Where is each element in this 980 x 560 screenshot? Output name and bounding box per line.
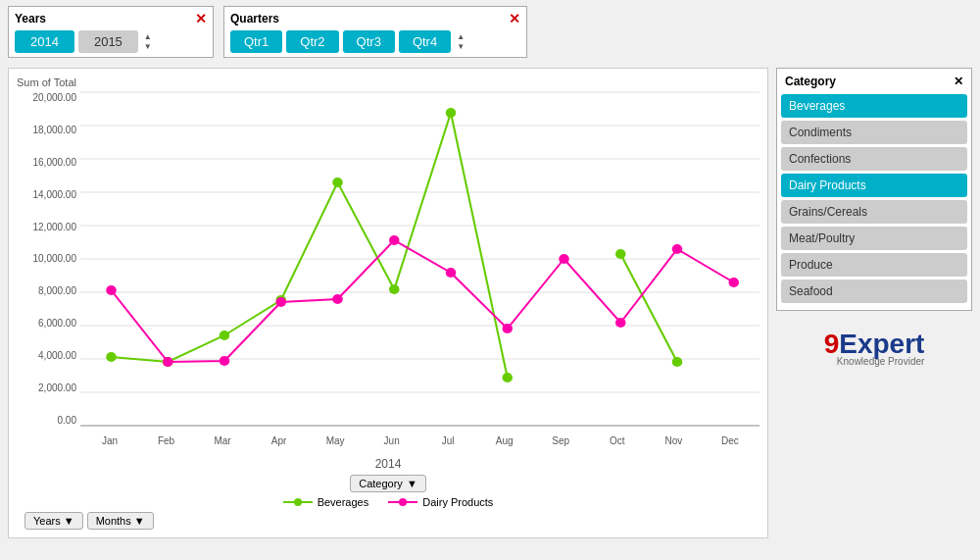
top-bar: Years ✕ 2014 2015 ▲ ▼ Quarters ✕ Qtr1 Qt… xyxy=(0,0,980,64)
beverages-legend-label: Beverages xyxy=(318,496,369,508)
y-label-2: 16,000.00 xyxy=(33,157,77,168)
x-aug: Aug xyxy=(485,435,524,446)
logo-nine: 9 xyxy=(824,329,840,359)
dairy-dot-sep xyxy=(559,254,569,264)
year-2014-pill[interactable]: 2014 xyxy=(15,30,74,53)
y-label-4: 12,000.00 xyxy=(33,222,77,232)
dairy-dot-feb xyxy=(163,357,173,367)
category-box-header: Category ✕ xyxy=(781,73,967,90)
y-axis: 20,000.00 18,000.00 16,000.00 14,000.00 … xyxy=(17,92,80,426)
category-filter-icon: ▼ xyxy=(407,478,417,489)
category-filter-button[interactable]: Category ▼ xyxy=(350,475,426,492)
x-mar: Mar xyxy=(203,435,242,446)
legend-beverages: Beverages xyxy=(283,496,369,508)
dairy-legend-line xyxy=(388,497,417,507)
y-label-3: 14,000.00 xyxy=(33,189,77,200)
bev-dot-aug xyxy=(503,373,514,382)
qtr3-pill[interactable]: Qtr3 xyxy=(343,30,395,53)
x-may: May xyxy=(316,435,355,446)
main-content: Sum of Total 20,000.00 18,000.00 16,000.… xyxy=(0,64,980,542)
quarter-down-arrow[interactable]: ▼ xyxy=(457,42,465,52)
chart-area: Sum of Total 20,000.00 18,000.00 16,000.… xyxy=(8,68,768,538)
chart-wrapper: 20,000.00 18,000.00 16,000.00 14,000.00 … xyxy=(17,92,760,455)
dairy-dot-nov xyxy=(672,244,683,254)
months-bottom-label: Months xyxy=(96,515,131,527)
year-down-arrow[interactable]: ▼ xyxy=(144,42,152,52)
category-meat-poultry[interactable]: Meat/Poultry xyxy=(781,227,967,250)
svg-point-12 xyxy=(294,498,302,506)
category-dairy-products[interactable]: Dairy Products xyxy=(781,174,967,197)
years-close-icon[interactable]: ✕ xyxy=(195,11,207,26)
beverages-line xyxy=(112,113,508,378)
category-box-label: Category xyxy=(785,75,836,88)
x-jun: Jun xyxy=(372,435,412,446)
quarter-arrows: ▲ ▼ xyxy=(457,32,465,52)
sum-label: Sum of Total xyxy=(17,76,760,88)
dairy-dot-mar xyxy=(220,356,230,366)
chart-inner xyxy=(80,92,760,426)
qtr2-pill[interactable]: Qtr2 xyxy=(286,30,338,53)
bev-dot-jan xyxy=(106,352,117,362)
category-grains-cereals[interactable]: Grains/Cereals xyxy=(781,200,967,224)
category-condiments[interactable]: Condiments xyxy=(781,121,967,144)
chart-legend: Beverages Dairy Products xyxy=(283,496,494,508)
category-close-icon[interactable]: ✕ xyxy=(954,75,963,88)
quarter-pills: Qtr1 Qtr2 Qtr3 Qtr4 ▲ ▼ xyxy=(230,30,520,53)
months-bottom-icon: ▼ xyxy=(134,515,145,527)
category-produce[interactable]: Produce xyxy=(781,253,967,277)
quarter-up-arrow[interactable]: ▲ xyxy=(457,32,465,42)
category-confections[interactable]: Confections xyxy=(781,147,967,171)
dairy-dot-dec xyxy=(729,278,740,287)
year-pills: 2014 2015 ▲ ▼ xyxy=(15,30,207,53)
year-up-arrow[interactable]: ▲ xyxy=(144,32,152,42)
beverages-legend-line xyxy=(283,497,313,507)
dairy-dot-jul xyxy=(446,268,457,278)
y-label-6: 8,000.00 xyxy=(38,285,76,296)
x-jul: Jul xyxy=(428,435,467,446)
x-feb: Feb xyxy=(147,435,186,446)
bev-dot-may xyxy=(332,178,343,187)
dairy-dot-oct xyxy=(615,318,626,328)
year-arrows: ▲ ▼ xyxy=(144,32,152,52)
x-jan: Jan xyxy=(90,435,129,446)
quarters-close-icon[interactable]: ✕ xyxy=(509,11,520,26)
x-axis: Jan Feb Mar Apr May Jun Jul Aug Sep Oct … xyxy=(80,426,760,455)
bev-dot-jul xyxy=(446,108,457,118)
dairy-dot-apr xyxy=(276,297,287,307)
years-bottom-button[interactable]: Years ▼ xyxy=(24,512,83,530)
dairy-legend-label: Dairy Products xyxy=(422,496,493,508)
qtr1-pill[interactable]: Qtr1 xyxy=(230,30,282,53)
y-label-0: 20,000.00 xyxy=(33,92,77,103)
dairy-dot-aug xyxy=(503,324,514,333)
years-filter-box: Years ✕ 2014 2015 ▲ ▼ xyxy=(8,6,214,58)
y-label-7: 6,000.00 xyxy=(38,318,76,329)
quarters-filter-box: Quarters ✕ Qtr1 Qtr2 Qtr3 Qtr4 ▲ ▼ xyxy=(223,6,527,58)
y-label-8: 4,000.00 xyxy=(38,350,76,361)
beverages-line-2 xyxy=(620,254,677,362)
category-beverages[interactable]: Beverages xyxy=(781,94,967,118)
svg-point-14 xyxy=(399,498,407,506)
category-seafood[interactable]: Seafood xyxy=(781,280,967,303)
legend-dairy: Dairy Products xyxy=(388,496,493,508)
x-sep: Sep xyxy=(541,435,580,446)
x-dec: Dec xyxy=(710,435,750,446)
bottom-bar: Years ▼ Months ▼ xyxy=(17,508,760,534)
quarters-label: Quarters xyxy=(230,12,279,25)
bev-dot-nov xyxy=(615,249,626,259)
x-nov: Nov xyxy=(654,435,693,446)
months-bottom-button[interactable]: Months ▼ xyxy=(87,512,154,530)
y-label-9: 2,000.00 xyxy=(38,382,76,393)
bev-dot-jun xyxy=(389,284,400,294)
x-oct: Oct xyxy=(598,435,637,446)
logo-area: 9Expert Knowledge Provider xyxy=(776,319,972,377)
x-apr: Apr xyxy=(260,435,299,446)
logo-expert: Expert xyxy=(839,329,924,359)
qtr4-pill[interactable]: Qtr4 xyxy=(399,30,451,53)
bev-dot-mar xyxy=(220,331,230,340)
category-filter-label: Category xyxy=(359,478,403,489)
chart-year-label: 2014 xyxy=(17,457,760,471)
y-label-10: 0.00 xyxy=(58,415,76,426)
year-2015-pill[interactable]: 2015 xyxy=(78,30,138,53)
logo-tagline: Knowledge Provider xyxy=(824,356,925,367)
chart-footer: Category ▼ Beverages Dairy Products xyxy=(17,475,760,508)
